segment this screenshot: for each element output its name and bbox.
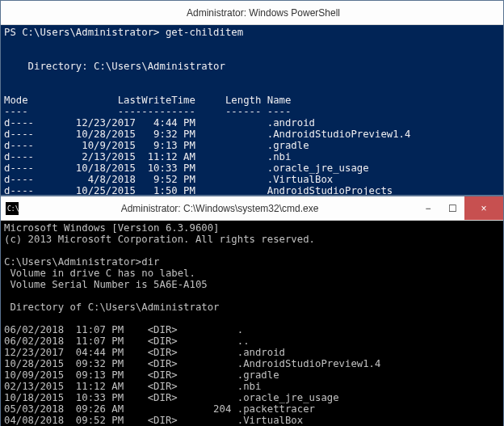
powershell-console[interactable]: PS C:\Users\Administrator> get-childitem… (1, 25, 503, 195)
cmd-titlebar[interactable]: C:\ Administrator: C:\Windows\system32\c… (1, 196, 503, 221)
powershell-title: Administrator: Windows PowerShell (23, 7, 503, 19)
minimize-button[interactable]: − (416, 196, 440, 220)
cmd-title: Administrator: C:\Windows\system32\cmd.e… (23, 203, 416, 214)
powershell-window: Administrator: Windows PowerShell PS C:\… (0, 0, 504, 196)
maximize-button[interactable]: ☐ (440, 196, 464, 220)
window-controls: − ☐ × (416, 196, 503, 220)
cmd-console[interactable]: Microsoft Windows [Version 6.3.9600] (c)… (1, 221, 503, 426)
powershell-titlebar[interactable]: Administrator: Windows PowerShell (1, 1, 503, 25)
cmd-window: C:\ Administrator: C:\Windows\system32\c… (0, 196, 504, 426)
cmd-icon: C:\ (1, 202, 23, 215)
close-button[interactable]: × (464, 196, 503, 220)
svg-text:C:\: C:\ (7, 205, 19, 213)
